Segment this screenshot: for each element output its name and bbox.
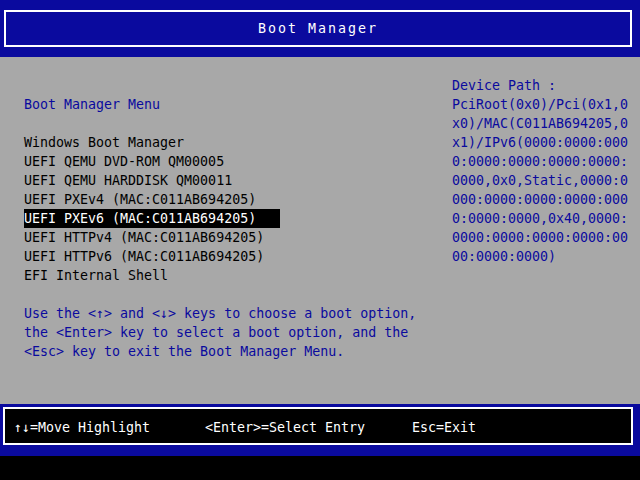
device-path-line: x1)/IPv6(0000:0000:000 (452, 133, 628, 152)
device-path-line: 000:0000:0000:0000:000 (452, 190, 628, 209)
bottom-black-band (0, 456, 640, 480)
device-path-line: x0)/MAC(C011AB694205,0 (452, 114, 628, 133)
device-path-label: Device Path : (452, 76, 628, 95)
boot-option-uefi-pxev6-selected[interactable]: UEFI PXEv6 (MAC:C011AB694205) (24, 209, 280, 228)
help-line: Use the <↑> and <↓> keys to choose a boo… (24, 304, 416, 323)
device-path-line: 0000,0x0,Static,0000:0 (452, 171, 628, 190)
help-line: <Esc> key to exit the Boot Manager Menu. (24, 342, 416, 361)
header-banner: Boot Manager (0, 0, 640, 57)
device-path-line: 0:0000:0000,0x40,0000: (452, 209, 628, 228)
boot-option-uefi-qemu-harddisk[interactable]: UEFI QEMU HARDDISK QM00011 (24, 171, 280, 190)
device-path-panel: Device Path : PciRoot(0x0)/Pci(0x1,0 x0)… (452, 76, 628, 266)
boot-option-uefi-qemu-dvd-rom[interactable]: UEFI QEMU DVD-ROM QM00005 (24, 152, 280, 171)
hint-move-highlight: ↑↓=Move Highlight (14, 418, 150, 437)
device-path-line: 0000:0000:0000:0000:00 (452, 228, 628, 247)
header-title-box: Boot Manager (4, 10, 632, 47)
help-text: Use the <↑> and <↓> keys to choose a boo… (24, 304, 416, 361)
boot-option-uefi-httpv6[interactable]: UEFI HTTPv6 (MAC:C011AB694205) (24, 247, 280, 266)
hint-exit: Esc=Exit (412, 418, 476, 437)
boot-option-uefi-httpv4[interactable]: UEFI HTTPv4 (MAC:C011AB694205) (24, 228, 280, 247)
device-path-line: 00:0000:0000) (452, 247, 628, 266)
boot-options-list: Windows Boot Manager UEFI QEMU DVD-ROM Q… (24, 133, 280, 285)
boot-manager-screen: Boot Manager Boot Manager Menu Windows B… (0, 0, 640, 480)
hint-select-entry: <Enter>=Select Entry (205, 418, 365, 437)
help-line: the <Enter> key to select a boot option,… (24, 323, 416, 342)
device-path-line: 0:0000:0000:0000:0000: (452, 152, 628, 171)
boot-option-windows-boot-manager[interactable]: Windows Boot Manager (24, 133, 280, 152)
menu-title: Boot Manager Menu (24, 95, 160, 114)
device-path-line: PciRoot(0x0)/Pci(0x1,0 (452, 95, 628, 114)
boot-option-efi-internal-shell[interactable]: EFI Internal Shell (24, 266, 280, 285)
page-title: Boot Manager (258, 19, 378, 38)
footer: ↑↓=Move Highlight <Enter>=Select Entry E… (0, 404, 640, 456)
boot-option-uefi-pxev4[interactable]: UEFI PXEv4 (MAC:C011AB694205) (24, 190, 280, 209)
